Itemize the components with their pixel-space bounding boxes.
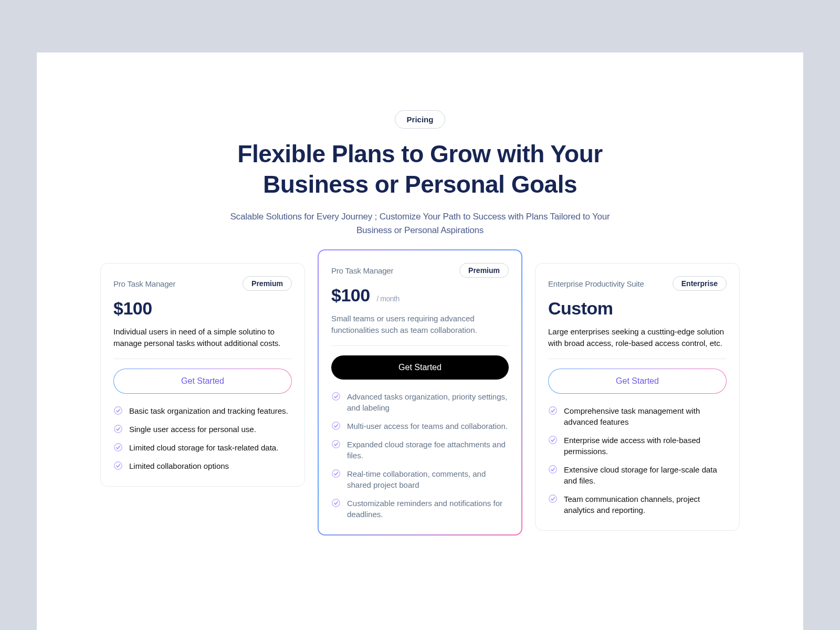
- check-icon: [113, 406, 123, 415]
- svg-point-9: [549, 406, 556, 414]
- pricing-page: Pricing Flexible Plans to Grow with Your…: [37, 52, 803, 630]
- feature-list: Comprehensive task management with advan…: [548, 405, 727, 516]
- feature-text: Advanced tasks organization, priority se…: [347, 391, 509, 413]
- divider: [113, 359, 292, 359]
- plan-desc: Individual users in need of a simple sol…: [113, 326, 292, 349]
- feature-item: Extensive cloud storage for large-scale …: [548, 464, 727, 486]
- plan-card-head: Pro Task Manager Premium: [113, 276, 292, 291]
- svg-point-11: [549, 465, 556, 472]
- feature-item: Comprehensive task management with advan…: [548, 405, 727, 427]
- page-title: Flexible Plans to Grow with Your Busines…: [205, 139, 635, 200]
- check-icon: [331, 498, 341, 508]
- feature-text: Single user access for personal use.: [129, 424, 256, 435]
- check-icon: [331, 439, 341, 449]
- get-started-button[interactable]: Get Started: [113, 369, 292, 394]
- plan-card-inner: Pro Task Manager Premium $100 / month Sm…: [319, 250, 521, 534]
- feature-text: Team communication channels, project ana…: [564, 494, 727, 516]
- svg-point-4: [332, 392, 340, 400]
- feature-item: Real-time collaboration, comments, and s…: [331, 468, 509, 490]
- feature-item: Team communication channels, project ana…: [548, 494, 727, 516]
- check-icon: [548, 494, 558, 503]
- svg-point-7: [332, 469, 340, 477]
- svg-point-8: [332, 499, 340, 506]
- plan-price: Custom: [548, 298, 727, 319]
- feature-item: Expanded cloud storage foe attachments a…: [331, 439, 509, 461]
- section-pill: Pricing: [395, 110, 446, 129]
- price-amount: $100: [331, 285, 370, 305]
- plan-name: Pro Task Manager: [331, 266, 393, 275]
- svg-point-3: [114, 461, 122, 469]
- page-subtitle: Scalable Solutions for Every Journey ; C…: [220, 210, 620, 237]
- check-icon: [331, 421, 341, 430]
- feature-item: Advanced tasks organization, priority se…: [331, 391, 509, 413]
- feature-text: Basic task organization and tracking fea…: [129, 405, 288, 416]
- get-started-button[interactable]: Get Started: [548, 369, 727, 394]
- check-icon: [548, 406, 558, 415]
- get-started-button[interactable]: Get Started: [331, 355, 509, 380]
- feature-item: Multi-user access for teams and collabor…: [331, 421, 509, 432]
- feature-item: Basic task organization and tracking fea…: [113, 405, 292, 416]
- divider: [548, 359, 727, 359]
- feature-text: Customizable reminders and notifications…: [347, 498, 509, 520]
- check-icon: [113, 443, 123, 452]
- check-icon: [331, 469, 341, 478]
- feature-item: Customizable reminders and notifications…: [331, 498, 509, 520]
- feature-item: Limited cloud storage for task-related d…: [113, 442, 292, 453]
- svg-point-10: [549, 436, 556, 443]
- plan-price: $100: [113, 298, 292, 319]
- pricing-cards: Pro Task Manager Premium $100 Individual…: [37, 263, 803, 549]
- price-amount: Custom: [548, 298, 613, 318]
- feature-item: Single user access for personal use.: [113, 424, 292, 435]
- price-amount: $100: [113, 298, 152, 318]
- price-period: / month: [377, 295, 400, 303]
- feature-item: Limited collaboration options: [113, 460, 292, 471]
- plan-name: Enterprise Productivity Suite: [548, 279, 644, 288]
- divider: [331, 345, 509, 346]
- feature-text: Real-time collaboration, comments, and s…: [347, 468, 509, 490]
- plan-card-premium: Pro Task Manager Premium $100 / month Sm…: [318, 249, 522, 536]
- svg-point-1: [114, 425, 122, 432]
- feature-text: Limited cloud storage for task-related d…: [129, 442, 278, 453]
- header: Pricing Flexible Plans to Grow with Your…: [37, 110, 803, 237]
- plan-name: Pro Task Manager: [113, 279, 175, 288]
- feature-list: Advanced tasks organization, priority se…: [331, 391, 509, 520]
- check-icon: [113, 461, 123, 470]
- check-icon: [113, 424, 123, 434]
- feature-text: Limited collaboration options: [129, 460, 229, 471]
- check-icon: [548, 435, 558, 445]
- svg-point-12: [549, 495, 556, 502]
- plan-badge: Premium: [243, 276, 292, 291]
- svg-point-6: [332, 440, 340, 447]
- svg-point-2: [114, 443, 122, 450]
- feature-text: Expanded cloud storage foe attachments a…: [347, 439, 509, 461]
- check-icon: [548, 465, 558, 474]
- plan-desc: Large enterprises seeking a custting-edg…: [548, 326, 727, 349]
- plan-card-head: Pro Task Manager Premium: [331, 263, 509, 278]
- feature-text: Multi-user access for teams and collabor…: [347, 421, 508, 432]
- plan-card-head: Enterprise Productivity Suite Enterprise: [548, 276, 727, 291]
- plan-badge: Premium: [459, 263, 509, 278]
- svg-point-0: [114, 406, 122, 414]
- feature-list: Basic task organization and tracking fea…: [113, 405, 292, 471]
- plan-card-enterprise: Enterprise Productivity Suite Enterprise…: [535, 263, 740, 531]
- plan-price: $100 / month: [331, 285, 509, 306]
- plan-card-basic: Pro Task Manager Premium $100 Individual…: [100, 263, 305, 487]
- feature-item: Enterprise wide access with role-based p…: [548, 435, 727, 457]
- feature-text: Enterprise wide access with role-based p…: [564, 435, 727, 457]
- feature-text: Extensive cloud storage for large-scale …: [564, 464, 727, 486]
- check-icon: [331, 392, 341, 401]
- plan-badge: Enterprise: [673, 276, 727, 291]
- plan-desc: Small teams or users requiring advanced …: [331, 313, 509, 336]
- feature-text: Comprehensive task management with advan…: [564, 405, 727, 427]
- svg-point-5: [332, 422, 340, 429]
